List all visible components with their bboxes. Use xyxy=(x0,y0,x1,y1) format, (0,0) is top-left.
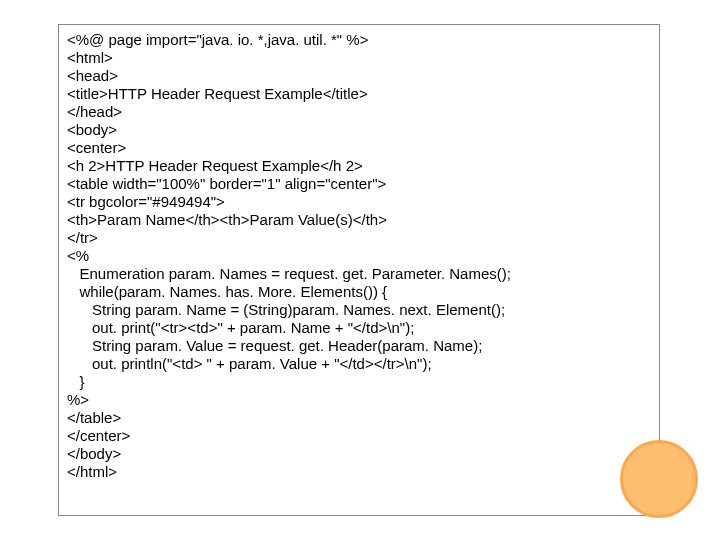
code-line: </tr> xyxy=(67,229,651,247)
code-line: </table> xyxy=(67,409,651,427)
code-line: <tr bgcolor="#949494"> xyxy=(67,193,651,211)
code-line: String param. Value = request. get. Head… xyxy=(67,337,651,355)
code-line: } xyxy=(67,373,651,391)
code-line: String param. Name = (String)param. Name… xyxy=(67,301,651,319)
code-line: <center> xyxy=(67,139,651,157)
code-line: <head> xyxy=(67,67,651,85)
decorative-circle xyxy=(620,440,698,518)
code-line: </html> xyxy=(67,463,651,481)
code-line: <h 2>HTTP Header Request Example</h 2> xyxy=(67,157,651,175)
code-line: </center> xyxy=(67,427,651,445)
code-line: out. println("<td> " + param. Value + "<… xyxy=(67,355,651,373)
code-box: <%@ page import="java. io. *,java. util.… xyxy=(58,24,660,516)
code-line: Enumeration param. Names = request. get.… xyxy=(67,265,651,283)
code-line: while(param. Names. has. More. Elements(… xyxy=(67,283,651,301)
code-line: <%@ page import="java. io. *,java. util.… xyxy=(67,31,651,49)
code-line: %> xyxy=(67,391,651,409)
code-line: <title>HTTP Header Request Example</titl… xyxy=(67,85,651,103)
code-line: </body> xyxy=(67,445,651,463)
slide: <%@ page import="java. io. *,java. util.… xyxy=(0,0,720,540)
code-line: <html> xyxy=(67,49,651,67)
code-line: </head> xyxy=(67,103,651,121)
code-line: <body> xyxy=(67,121,651,139)
code-line: out. print("<tr><td>" + param. Name + "<… xyxy=(67,319,651,337)
code-line: <table width="100%" border="1" align="ce… xyxy=(67,175,651,193)
code-line: <% xyxy=(67,247,651,265)
code-line: <th>Param Name</th><th>Param Value(s)</t… xyxy=(67,211,651,229)
